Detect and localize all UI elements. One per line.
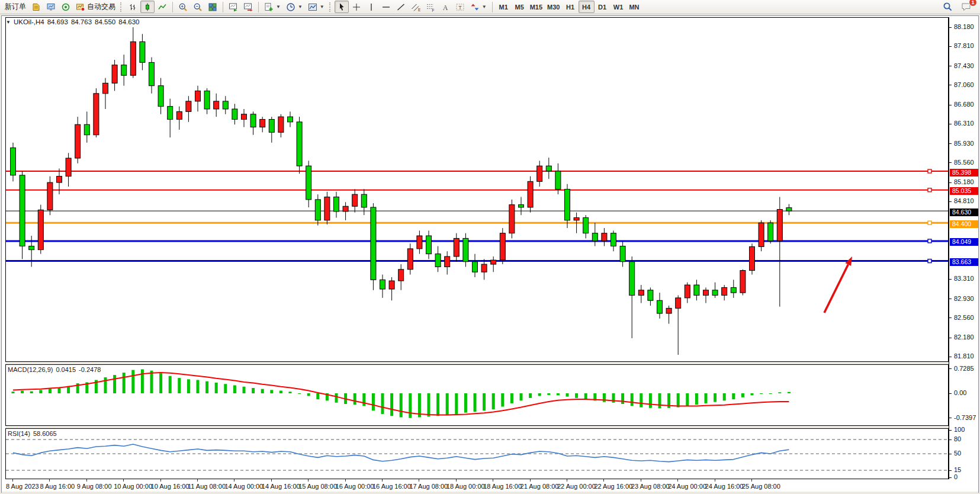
macd-histogram-bar	[224, 384, 227, 393]
axis-tick	[949, 162, 952, 163]
auto-trading-icon	[76, 2, 85, 12]
macd-histogram-bar	[39, 390, 42, 393]
vertical-line-tool-button[interactable]	[364, 1, 378, 13]
timeframe-m30-button[interactable]: M30	[545, 1, 562, 13]
candle	[66, 158, 71, 177]
level-line-handle[interactable]	[928, 239, 931, 243]
periods-button[interactable]: ▼	[284, 1, 305, 13]
macd-histogram-bar	[741, 393, 744, 397]
macd-histogram-bar	[723, 393, 726, 400]
templates-button[interactable]: ▼	[306, 1, 327, 13]
notifications-button[interactable]: 1	[959, 1, 974, 13]
fibonacci-tool-button[interactable]: F	[423, 1, 438, 13]
chart-shift-button[interactable]	[241, 1, 255, 13]
bar-chart-type-button[interactable]	[126, 1, 140, 13]
candle	[685, 285, 690, 298]
timeframe-mn-button[interactable]: MN	[626, 1, 642, 13]
rsi-indicator-pane[interactable]: RSI(14) 58.6065	[5, 428, 949, 479]
gold-document-button[interactable]	[29, 1, 43, 13]
line-chart-type-button[interactable]	[155, 1, 169, 13]
axis-tick	[949, 105, 952, 105]
candlestick-chart-canvas[interactable]	[6, 18, 948, 361]
candle	[491, 260, 496, 264]
candle	[426, 236, 432, 254]
timeframe-m15-button[interactable]: M15	[528, 1, 545, 13]
candle	[750, 246, 755, 270]
rsi-chart-canvas[interactable]	[6, 429, 948, 479]
search-button[interactable]	[940, 1, 955, 13]
axis-tick-label: 86.680	[954, 101, 979, 108]
time-tick	[345, 479, 346, 482]
time-tick-label: 14 Aug 00:00	[224, 483, 263, 490]
arrow-annotation[interactable]	[824, 264, 848, 313]
level-line-handle[interactable]	[928, 221, 931, 224]
channel-tool-button[interactable]: E	[409, 1, 423, 13]
zoom-in-button[interactable]	[176, 1, 190, 13]
macd-label: MACD(12,26,9) 0.0415 -0.2478	[8, 366, 101, 373]
candle	[278, 117, 284, 132]
zoom-out-button[interactable]	[191, 1, 205, 13]
high-value: 84.763	[71, 18, 92, 25]
level-line-handle[interactable]	[928, 169, 931, 173]
symbol-ohlc-line[interactable]: ▼ UKOil-,H4 84.693 84.763 84.550 84.630	[6, 18, 139, 25]
timeframe-h4-button[interactable]: H4	[579, 1, 595, 13]
macd-chart-canvas[interactable]	[6, 365, 948, 425]
green-signal-button[interactable]	[59, 1, 73, 13]
candle	[537, 166, 542, 181]
crosshair-tool-button[interactable]	[349, 1, 364, 13]
macd-histogram-bar	[621, 393, 624, 404]
candle	[103, 83, 108, 93]
fibonacci-icon: F	[426, 2, 435, 12]
candle	[242, 114, 247, 120]
axis-tick	[949, 279, 952, 280]
candle	[168, 107, 173, 120]
tile-windows-button[interactable]	[205, 1, 220, 13]
macd-histogram-bar	[21, 390, 24, 393]
axis-tick	[949, 143, 952, 144]
axis-tick-label: 85.930	[954, 140, 979, 147]
auto-scroll-button[interactable]	[226, 1, 240, 13]
chevron-down-icon: ▼	[320, 4, 324, 9]
macd-histogram-bar	[455, 393, 458, 414]
time-axis[interactable]: 8 Aug 20238 Aug 16:009 Aug 08:0010 Aug 0…	[5, 479, 978, 492]
timeframe-w1-button[interactable]: W1	[611, 1, 626, 13]
timeframe-m1-button[interactable]: M1	[496, 1, 512, 13]
toolbar-right: 1	[940, 1, 978, 13]
blue-monitor-button[interactable]	[44, 1, 58, 13]
axis-tick	[949, 470, 952, 471]
timeframe-h1-button[interactable]: H1	[563, 1, 579, 13]
text-label-tool-button[interactable]: T	[453, 1, 467, 13]
timeframe-d1-button[interactable]: D1	[595, 1, 611, 13]
timeframe-m5-button[interactable]: M5	[512, 1, 528, 13]
arrows-tool-button[interactable]: ▼	[468, 1, 489, 13]
axis-tick	[949, 124, 952, 124]
candle	[140, 41, 145, 62]
text-tool-button[interactable]: A	[438, 1, 452, 13]
macd-histogram-bar	[658, 393, 661, 408]
level-line-handle[interactable]	[928, 259, 931, 263]
auto-trading-button[interactable]: 自动交易	[73, 1, 118, 13]
candlestick-chart-type-button[interactable]	[140, 1, 155, 13]
level-line-handle[interactable]	[928, 188, 931, 192]
indicators-button[interactable]: ▼	[262, 1, 283, 13]
price-chart-pane[interactable]	[5, 17, 949, 362]
axis-tick	[949, 418, 952, 418]
candle	[380, 280, 385, 289]
candle	[676, 298, 681, 308]
candle	[334, 197, 339, 211]
macd-indicator-pane[interactable]: MACD(12,26,9) 0.0415 -0.2478	[5, 364, 949, 426]
horizontal-line-tool-button[interactable]	[379, 1, 393, 13]
trendline-tool-button[interactable]	[394, 1, 408, 13]
new-order-button[interactable]: 新订单	[2, 1, 28, 13]
time-tick	[12, 479, 13, 482]
cursor-tool-button[interactable]	[335, 1, 349, 13]
macd-histogram-bar	[141, 369, 144, 393]
time-tick	[493, 479, 493, 482]
price-axis[interactable]: 88.18087.81087.43087.06086.68086.31085.9…	[949, 17, 978, 479]
cursor-icon	[337, 2, 346, 12]
macd-histogram-bar	[307, 393, 310, 396]
macd-histogram-bar	[529, 393, 532, 398]
axis-tick-label: 87.060	[954, 81, 979, 88]
time-tick-label: 23 Aug 08:00	[631, 483, 670, 490]
axis-tick-label: 81.810	[954, 352, 979, 360]
